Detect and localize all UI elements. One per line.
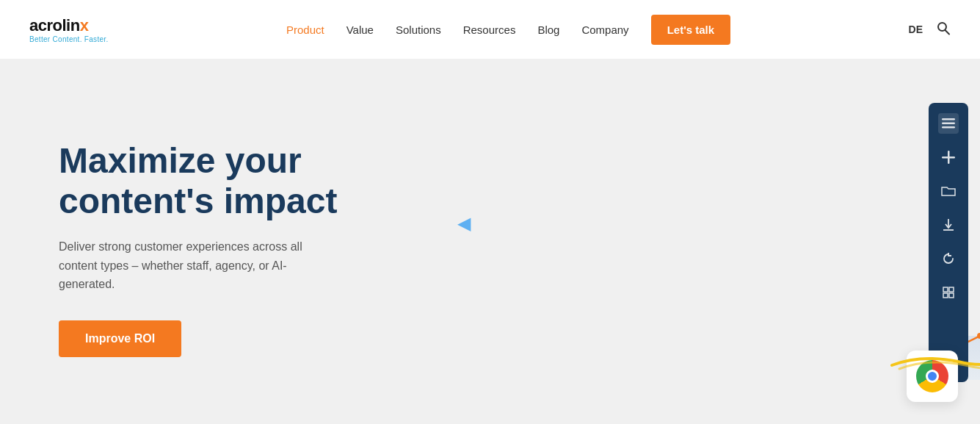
nav-solutions[interactable]: Solutions — [396, 24, 441, 36]
download-icon[interactable] — [938, 215, 959, 235]
nav-blog[interactable]: Blog — [537, 24, 559, 36]
hero-illustration: ◀ W — [451, 59, 980, 424]
svg-point-3 — [977, 333, 980, 339]
svg-rect-11 — [943, 287, 948, 292]
hero-subtitle: Deliver strong customer experiences acro… — [59, 237, 323, 294]
grid-icon[interactable] — [938, 282, 959, 303]
svg-rect-8 — [942, 157, 955, 159]
nav-resources[interactable]: Resources — [463, 24, 516, 36]
svg-rect-12 — [949, 287, 954, 292]
triangle-left-icon: ◀ — [457, 213, 471, 234]
chrome-card — [907, 351, 958, 402]
folder-icon[interactable] — [938, 181, 959, 201]
header: acrolinx Better Content. Faster. Product… — [0, 0, 980, 59]
svg-rect-14 — [949, 293, 954, 298]
header-right: DE — [909, 21, 951, 39]
nav-value[interactable]: Value — [346, 24, 374, 36]
chrome-icon — [916, 360, 948, 392]
main-nav: Product Value Solutions Resources Blog C… — [286, 15, 730, 45]
chart-background — [965, 248, 980, 380]
nav-company[interactable]: Company — [581, 24, 628, 36]
line-chart — [951, 292, 980, 365]
logo-text: acrolinx — [29, 16, 88, 35]
improve-roi-button[interactable]: Improve ROI — [59, 320, 181, 357]
language-button[interactable]: DE — [909, 24, 923, 35]
svg-line-1 — [945, 30, 950, 35]
svg-rect-7 — [948, 151, 950, 164]
svg-rect-4 — [942, 118, 955, 121]
yellow-swish — [885, 351, 980, 373]
tool-sidebar — [929, 103, 968, 382]
menu-icon[interactable] — [938, 113, 959, 134]
refresh-icon[interactable] — [938, 248, 959, 269]
chart-bar-1 — [965, 336, 980, 380]
nav-product[interactable]: Product — [286, 24, 324, 36]
lets-talk-button[interactable]: Let's talk — [651, 15, 730, 45]
svg-rect-5 — [942, 123, 955, 125]
search-icon[interactable] — [936, 21, 951, 39]
hero-text-area: Maximize your content's impact Deliver s… — [59, 140, 367, 357]
svg-rect-6 — [942, 126, 955, 129]
hero-section: Maximize your content's impact Deliver s… — [0, 59, 980, 424]
hero-title: Maximize your content's impact — [59, 140, 367, 221]
plus-icon[interactable] — [938, 147, 959, 168]
logo-tagline: Better Content. Faster. — [29, 35, 109, 43]
chrome-inner — [926, 370, 939, 383]
svg-rect-13 — [943, 293, 948, 298]
logo[interactable]: acrolinx Better Content. Faster. — [29, 16, 109, 43]
